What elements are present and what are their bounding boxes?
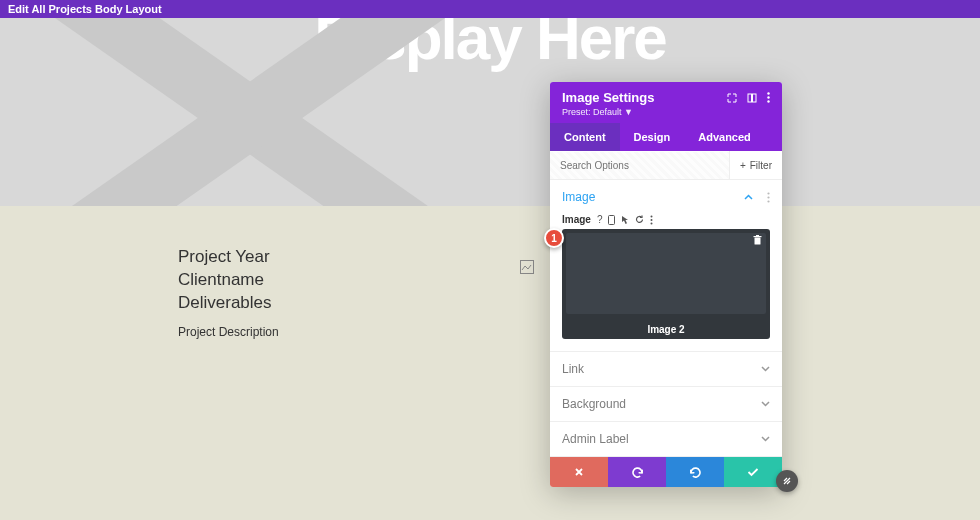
content-band: Project Year Clientname Deliverables Pro…	[0, 206, 980, 399]
image-field-label: Image	[562, 214, 591, 225]
callout-marker-1: 1	[544, 228, 564, 248]
svg-point-6	[767, 192, 769, 194]
svg-point-4	[767, 96, 769, 98]
section-image: Image Image ?	[550, 180, 782, 352]
image-caption: Image 2	[562, 318, 770, 339]
section-link: Link	[550, 352, 782, 387]
panel-search-row: + Filter	[550, 151, 782, 180]
trash-icon[interactable]	[753, 235, 762, 245]
project-description: Project Description	[178, 325, 518, 339]
search-input[interactable]	[550, 152, 729, 179]
panel-preset[interactable]: Preset: Default ▼	[562, 107, 770, 117]
panel-actions	[550, 457, 782, 487]
help-icon[interactable]: ?	[597, 214, 603, 225]
project-info: Project Year Clientname Deliverables Pro…	[178, 246, 518, 339]
panel-title: Image Settings	[562, 90, 654, 105]
project-client: Clientname	[178, 270, 264, 289]
chevron-up-icon	[744, 194, 753, 200]
section-admin-label-title: Admin Label	[562, 432, 629, 446]
section-more-icon[interactable]	[767, 192, 770, 203]
expand-icon[interactable]	[727, 93, 737, 103]
image-settings-panel: Image Settings Preset: Default ▼ Content…	[550, 82, 782, 487]
snap-icon[interactable]	[747, 93, 757, 103]
resize-handle[interactable]	[776, 470, 798, 492]
section-image-body: Image ? Image 2	[550, 214, 782, 351]
svg-rect-15	[756, 235, 759, 236]
save-button[interactable]	[724, 457, 782, 487]
chevron-down-icon	[761, 401, 770, 407]
image-preview[interactable]: Image 2	[562, 229, 770, 339]
plus-icon: +	[740, 160, 746, 171]
project-deliverables: Deliverables	[178, 293, 272, 312]
project-year: Project Year	[178, 247, 270, 266]
tab-design[interactable]: Design	[620, 123, 685, 151]
svg-point-12	[651, 222, 653, 224]
chevron-down-icon	[761, 436, 770, 442]
hero-background: Display Here	[0, 18, 980, 206]
section-image-head[interactable]: Image	[550, 180, 782, 214]
image-field-label-row: Image ?	[562, 214, 770, 225]
device-icon[interactable]	[608, 215, 615, 225]
filter-label: Filter	[750, 160, 772, 171]
filter-button[interactable]: + Filter	[729, 151, 782, 179]
section-admin-label: Admin Label	[550, 422, 782, 457]
svg-rect-13	[755, 238, 761, 245]
svg-rect-2	[753, 94, 757, 102]
reset-icon[interactable]	[635, 215, 644, 224]
svg-point-10	[651, 215, 653, 217]
svg-rect-9	[609, 215, 615, 224]
svg-point-7	[767, 196, 769, 198]
top-bar: Edit All Projects Body Layout	[0, 0, 980, 18]
section-image-title: Image	[562, 190, 595, 204]
panel-tabs: Content Design Advanced	[550, 123, 782, 151]
hero-text: Display Here	[314, 18, 666, 73]
project-heading: Project Year Clientname Deliverables	[178, 246, 518, 315]
svg-point-8	[767, 200, 769, 202]
more-icon[interactable]	[767, 92, 770, 103]
section-admin-label-head[interactable]: Admin Label	[550, 422, 782, 456]
svg-point-5	[767, 100, 769, 102]
svg-rect-0	[521, 261, 534, 274]
hover-icon[interactable]	[621, 215, 629, 225]
svg-point-3	[767, 92, 769, 94]
svg-rect-14	[754, 236, 762, 237]
svg-point-11	[651, 219, 653, 221]
top-bar-title: Edit All Projects Body Layout	[8, 3, 162, 15]
section-link-head[interactable]: Link	[550, 352, 782, 386]
section-background-head[interactable]: Background	[550, 387, 782, 421]
undo-button[interactable]	[608, 457, 666, 487]
broken-image-icon[interactable]	[520, 260, 534, 274]
field-more-icon[interactable]	[650, 215, 653, 225]
image-preview-inner	[566, 233, 766, 314]
discard-button[interactable]	[550, 457, 608, 487]
section-background: Background	[550, 387, 782, 422]
section-link-title: Link	[562, 362, 584, 376]
tab-advanced[interactable]: Advanced	[684, 123, 765, 151]
chevron-down-icon	[761, 366, 770, 372]
panel-header[interactable]: Image Settings Preset: Default ▼	[550, 82, 782, 123]
tab-content[interactable]: Content	[550, 123, 620, 151]
svg-rect-1	[748, 94, 752, 102]
redo-button[interactable]	[666, 457, 724, 487]
section-background-title: Background	[562, 397, 626, 411]
